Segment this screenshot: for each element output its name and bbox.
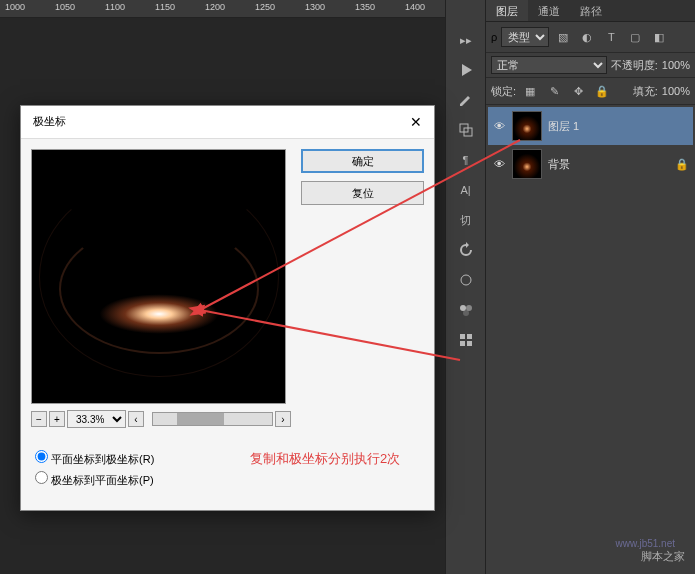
lock-label: 锁定:: [491, 84, 516, 99]
preview-scrollbar[interactable]: [152, 412, 273, 426]
visibility-icon[interactable]: 👁: [492, 158, 506, 170]
character-icon[interactable]: A|: [454, 178, 478, 202]
panel-tabs: 图层 通道 路径: [486, 0, 695, 22]
watermark-url: www.jb51.net: [616, 538, 675, 549]
svg-rect-6: [460, 334, 465, 339]
layers-panel: 图层 通道 路径 ρ 类型 ▧ ◐ T ▢ ◧ 正常 不透明度: 100% 锁定…: [485, 0, 695, 574]
layer-name[interactable]: 图层 1: [548, 119, 579, 134]
adjustments-icon[interactable]: [454, 268, 478, 292]
filter-type-icon[interactable]: T: [601, 27, 621, 47]
ok-button[interactable]: 确定: [301, 149, 424, 173]
preview-image[interactable]: [31, 149, 286, 404]
svg-rect-8: [460, 341, 465, 346]
dialog-titlebar[interactable]: 极坐标 ✕: [21, 106, 434, 139]
svg-rect-9: [467, 341, 472, 346]
ruler-tick: 1000: [5, 0, 55, 17]
paragraph-icon[interactable]: ¶: [454, 148, 478, 172]
lock-icon: 🔒: [675, 158, 689, 171]
ruler-tick: 1150: [155, 0, 205, 17]
dialog-title-text: 极坐标: [33, 114, 66, 130]
opacity-label: 不透明度:: [611, 58, 658, 73]
layer-thumbnail[interactable]: [512, 149, 542, 179]
layer-row[interactable]: 👁背景🔒: [488, 145, 693, 183]
layer-thumbnail[interactable]: [512, 111, 542, 141]
layer-row[interactable]: 👁图层 1: [488, 107, 693, 145]
filter-adjust-icon[interactable]: ◐: [577, 27, 597, 47]
tab-channels[interactable]: 通道: [528, 0, 570, 21]
radio-polar-to-rect[interactable]: 极坐标到平面坐标(P): [35, 471, 287, 488]
history-icon[interactable]: [454, 238, 478, 262]
radio-group: 平面坐标到极坐标(R) 极坐标到平面坐标(P): [31, 438, 291, 500]
ruler-tick: 1200: [205, 0, 255, 17]
fill-value[interactable]: 100%: [662, 85, 690, 97]
lock-all-icon[interactable]: 🔒: [592, 81, 612, 101]
zoom-out-button[interactable]: −: [31, 411, 47, 427]
svg-point-2: [461, 275, 471, 285]
lock-row: 锁定: ▦ ✎ ✥ 🔒 填充: 100%: [486, 78, 695, 105]
fill-label: 填充:: [633, 84, 658, 99]
filter-smart-icon[interactable]: ◧: [649, 27, 669, 47]
kind-filter-select[interactable]: 类型: [501, 27, 549, 47]
ruler-tick: 1350: [355, 0, 405, 17]
visibility-icon[interactable]: 👁: [492, 120, 506, 132]
filter-image-icon[interactable]: ▧: [553, 27, 573, 47]
svg-point-4: [466, 305, 472, 311]
annotation-text: 复制和极坐标分别执行2次: [250, 450, 400, 468]
layer-list: 👁图层 1👁背景🔒: [486, 105, 695, 185]
ruler-tick: 1300: [305, 0, 355, 17]
play-icon[interactable]: [454, 58, 478, 82]
close-icon[interactable]: ✕: [410, 114, 422, 130]
text-icon[interactable]: 切: [454, 208, 478, 232]
zoom-in-button[interactable]: +: [49, 411, 65, 427]
search-icon: ρ: [491, 31, 497, 43]
watermark-text: 脚本之家: [641, 549, 685, 564]
layer-name[interactable]: 背景: [548, 157, 570, 172]
ruler-tick: 1250: [255, 0, 305, 17]
opacity-value[interactable]: 100%: [662, 59, 690, 71]
zoom-controls: − + 33.3% ‹ ›: [31, 410, 291, 428]
blend-mode-select[interactable]: 正常: [491, 56, 607, 74]
tool-strip: ▸▸ ¶ A| 切: [445, 0, 485, 574]
lock-transparent-icon[interactable]: ▦: [520, 81, 540, 101]
svg-rect-7: [467, 334, 472, 339]
lock-move-icon[interactable]: ✥: [568, 81, 588, 101]
tab-paths[interactable]: 路径: [570, 0, 612, 21]
clone-panel-icon[interactable]: [454, 118, 478, 142]
chevron-left-icon[interactable]: ‹: [128, 411, 144, 427]
layer-filter-row: ρ 类型 ▧ ◐ T ▢ ◧: [486, 22, 695, 53]
svg-point-3: [460, 305, 466, 311]
brush-panel-icon[interactable]: [454, 88, 478, 112]
chevron-right-icon[interactable]: ›: [275, 411, 291, 427]
collapse-icon[interactable]: ▸▸: [454, 28, 478, 52]
tab-layers[interactable]: 图层: [486, 0, 528, 21]
zoom-select[interactable]: 33.3%: [67, 410, 126, 428]
svg-point-5: [463, 310, 469, 316]
ruler-tick: 1050: [55, 0, 105, 17]
grid-icon[interactable]: [454, 328, 478, 352]
swatches-icon[interactable]: [454, 298, 478, 322]
blend-row: 正常 不透明度: 100%: [486, 53, 695, 78]
ruler-tick: 1100: [105, 0, 155, 17]
lock-paint-icon[interactable]: ✎: [544, 81, 564, 101]
reset-button[interactable]: 复位: [301, 181, 424, 205]
filter-shape-icon[interactable]: ▢: [625, 27, 645, 47]
